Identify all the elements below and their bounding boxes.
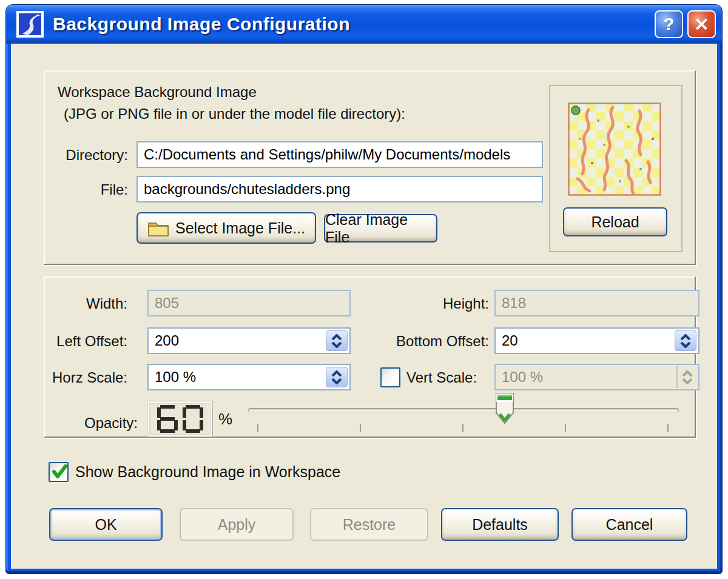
horz-scale-spinbox[interactable]: 100 %	[147, 364, 351, 390]
vert-scale-label: Vert Scale:	[406, 364, 477, 391]
opacity-unit: %	[218, 401, 232, 437]
height-input: 818	[494, 290, 699, 316]
clear-image-file-label: Clear Image File	[325, 211, 436, 246]
show-background-checkbox[interactable]	[49, 462, 69, 482]
cancel-button[interactable]: Cancel	[571, 508, 687, 541]
spin-up-icon	[331, 334, 342, 340]
bottom-offset-label: Bottom Offset:	[351, 327, 489, 355]
left-offset-spinbox[interactable]: 200	[147, 327, 351, 354]
spin-up-icon	[331, 370, 342, 377]
vert-scale-spinbox: 100 %	[494, 364, 699, 390]
clear-image-file-button[interactable]: Clear Image File	[324, 214, 437, 243]
opacity-lcd-display	[147, 401, 212, 437]
background-image-configuration-dialog: Background Image Configuration ? ✕ Works…	[6, 5, 722, 574]
vert-scale-value: 100 %	[502, 369, 543, 386]
window-title: Background Image Configuration	[53, 14, 350, 35]
spin-down-icon	[680, 342, 691, 348]
defaults-button[interactable]: Defaults	[441, 508, 559, 541]
section-heading-line1: Workspace Background Image	[58, 84, 257, 101]
preview-thumbnail	[568, 102, 661, 196]
help-icon: ?	[663, 14, 674, 35]
apply-button: Apply	[180, 508, 294, 541]
section-heading-line2: (JPG or PNG file in or under the model f…	[64, 105, 405, 122]
reload-label: Reload	[591, 213, 639, 231]
slider-tick	[360, 424, 361, 432]
width-input: 805	[147, 290, 351, 316]
spin-up-icon	[680, 334, 691, 340]
horz-scale-spin-buttons[interactable]	[326, 367, 348, 387]
left-offset-spin-buttons[interactable]	[326, 330, 348, 351]
folder-icon	[147, 219, 169, 237]
spin-down-icon	[331, 342, 342, 348]
select-image-file-label: Select Image File...	[175, 219, 305, 237]
ok-button[interactable]: OK	[49, 508, 163, 541]
directory-input[interactable]: C:/Documents and Settings/philw/My Docum…	[136, 141, 543, 168]
dialog-body: Workspace Background Image (JPG or PNG f…	[11, 44, 717, 569]
show-background-label: Show Background Image in Workspace	[75, 462, 340, 482]
apply-label: Apply	[218, 516, 256, 534]
close-button[interactable]: ✕	[687, 10, 716, 38]
ok-label: OK	[95, 516, 116, 534]
cancel-label: Cancel	[606, 516, 653, 534]
restore-button: Restore	[310, 508, 428, 541]
opacity-label: Opacity:	[45, 406, 138, 441]
restore-label: Restore	[343, 516, 396, 534]
slider-tick	[257, 424, 258, 432]
height-label: Height:	[351, 290, 489, 317]
slider-tick	[667, 424, 669, 432]
file-label: File:	[45, 176, 128, 203]
left-offset-label: Left Offset:	[45, 327, 127, 355]
opacity-slider[interactable]	[248, 390, 679, 439]
vert-scale-checkbox[interactable]	[380, 367, 400, 387]
spin-up-icon	[682, 370, 693, 377]
image-settings-panel: Width: 805 Height: 818 Left Offset: 200 …	[44, 276, 696, 438]
close-icon: ✕	[694, 14, 709, 35]
bottom-offset-spinbox[interactable]: 20	[494, 327, 699, 354]
horz-scale-value: 100 %	[155, 369, 196, 386]
help-button[interactable]: ?	[655, 10, 683, 38]
image-preview-frame: Reload	[549, 85, 682, 252]
title-bar[interactable]: Background Image Configuration ? ✕	[6, 5, 722, 44]
opacity-slider-handle[interactable]	[495, 392, 514, 425]
checkmark-icon	[50, 462, 69, 481]
horz-scale-label: Horz Scale:	[45, 364, 127, 391]
width-label: Width:	[45, 290, 127, 317]
slider-tick	[462, 424, 463, 432]
opacity-slider-track[interactable]	[248, 408, 679, 412]
select-image-file-button[interactable]: Select Image File...	[136, 212, 316, 244]
vert-scale-spin-buttons	[676, 366, 697, 388]
spin-down-icon	[682, 378, 693, 384]
defaults-label: Defaults	[472, 516, 528, 534]
file-input[interactable]: backgrounds/chutesladders.png	[136, 176, 543, 202]
spin-down-icon	[331, 378, 342, 384]
slider-tick	[565, 424, 566, 432]
app-logo-icon	[16, 10, 44, 38]
bottom-offset-value: 20	[502, 332, 518, 349]
left-offset-value: 200	[155, 332, 179, 349]
reload-button[interactable]: Reload	[563, 207, 667, 236]
directory-label: Directory:	[45, 141, 128, 169]
bottom-offset-spin-buttons[interactable]	[675, 330, 696, 351]
